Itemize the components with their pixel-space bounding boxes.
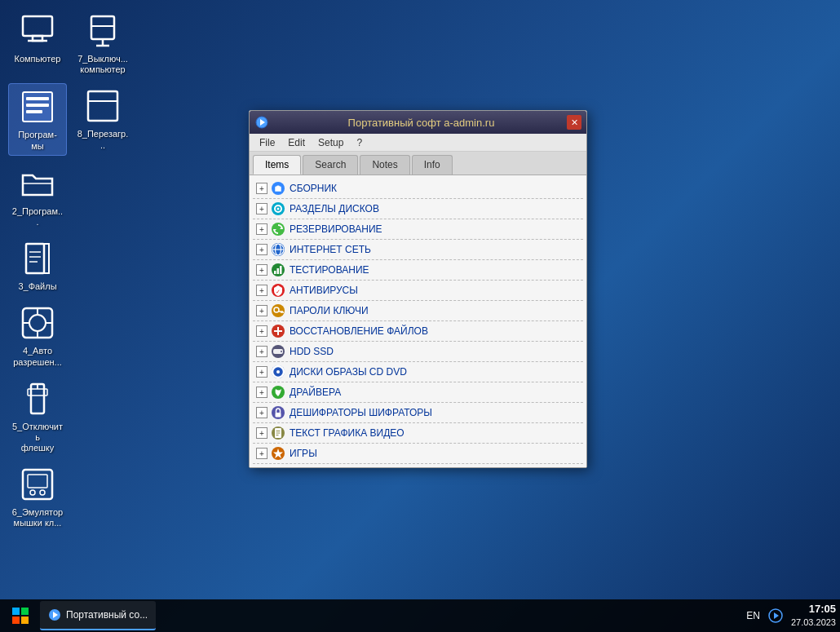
tree-item-diski[interactable]: + ДИСКИ ОБРАЗЫ CD DVD [253,362,583,382]
desktop-icon-auto-label: 4_Авторазрешен... [13,346,62,367]
svg-text:✓: ✓ [276,289,281,294]
desktop-icon-emulator[interactable]: 6_Эмулятормышки кл... [8,462,67,532]
svg-rect-0 [23,16,52,36]
svg-rect-11 [88,91,117,121]
emulator-icon [18,465,57,504]
tree-item-igry[interactable]: + ИГРЫ [253,444,583,464]
menu-help[interactable]: ? [350,135,369,150]
expand-btn-internet[interactable]: + [256,244,267,255]
folder-open-icon [18,164,57,203]
tree-item-internet[interactable]: + ИНТЕРНЕТ СЕТЬ [253,240,583,260]
start-button[interactable] [4,601,37,630]
expand-btn-sbornik[interactable]: + [256,183,267,194]
item-icon-sbornik [271,181,285,196]
svg-point-36 [277,208,280,210]
tree-item-razdely[interactable]: + РАЗДЕЛЫ ДИСКОВ [253,199,583,219]
desktop-icon-files-label: 3_Файлы [18,281,56,292]
item-label-vosstanov: ВОССТАНОВЛЕНИЕ ФАЙЛОВ [290,325,428,337]
expand-btn-razdely[interactable]: + [256,203,267,214]
tree-item-drayvera[interactable]: + ДРАЙВЕРА [253,382,583,403]
desktop-icon-reboot[interactable]: 8_Перезагр... [73,83,132,155]
desktop-icon-shutdown-label: 7_Выключ...компьютер [77,54,128,75]
menu-file[interactable]: File [253,135,281,150]
desktop: Компьютер 7_Выключ...компьютер [0,0,840,632]
item-icon-rezerv [271,222,285,236]
expand-btn-hdd[interactable]: + [256,346,267,357]
tree-item-deshifr[interactable]: + ДЕШИФРАТОРЫ ШИФРАТОРЫ [253,403,583,423]
item-label-igry: ИГРЫ [290,448,317,459]
expand-btn-diski[interactable]: + [256,366,267,378]
tree-item-hdd[interactable]: + HDD SSD [253,342,583,362]
desktop-icon-shutdown[interactable]: 7_Выключ...компьютер [73,8,132,78]
tree-item-tekst[interactable]: + ТЕКСТ ГРАФИКА ВИДЕО [253,423,583,444]
svg-rect-76 [12,617,20,624]
taskbar-clock: 17:05 27.03.2023 [791,603,836,628]
svg-rect-14 [26,244,44,273]
expand-btn-paroli[interactable]: + [256,305,267,316]
item-icon-test [271,263,285,277]
svg-marker-81 [774,612,779,619]
tab-search[interactable]: Search [303,155,358,175]
desktop-icon-usb[interactable]: 5_Отключитьфлешку [8,376,67,457]
item-label-deshifr: ДЕШИФРАТОРЫ ШИФРАТОРЫ [290,407,432,418]
item-icon-vosstanov [271,324,285,338]
desktop-icon-usb-label: 5_Отключитьфлешку [11,422,64,454]
desktop-icon-computer-label: Компьютер [15,54,61,64]
desktop-icon-reboot-label: 8_Перезагр... [77,129,129,150]
svg-rect-45 [274,271,276,274]
taskbar-right: EN 17:05 27.03.2023 [746,603,836,628]
window-menubar: File Edit Setup ? [250,134,586,152]
svg-rect-3 [91,16,114,39]
item-icon-tekst [271,426,285,440]
window-close-button[interactable]: ✕ [567,115,581,130]
desktop-icon-auto[interactable]: 4_Авторазрешен... [8,300,67,370]
tree-item-antivirus[interactable]: + ✓ АНТИВИРУСЫ [253,281,583,301]
item-label-internet: ИНТЕРНЕТ СЕТЬ [290,244,371,255]
item-label-sbornik: СБОРНИК [290,183,337,194]
item-label-razdely: РАЗДЕЛЫ ДИСКОВ [290,203,379,214]
files-icon [18,239,57,278]
tab-items[interactable]: Items [253,155,301,175]
expand-btn-antivirus[interactable]: + [256,285,267,296]
expand-btn-vosstanov[interactable]: + [256,325,267,337]
tree-item-test[interactable]: + ТЕСТИРОВАНИЕ [253,260,583,281]
expand-btn-drayvera[interactable]: + [256,387,267,398]
svg-rect-57 [274,330,282,332]
item-icon-igry [271,446,285,461]
window-titlebar: Портативный софт a-admin.ru ✕ [250,111,586,134]
tab-info[interactable]: Info [412,155,453,175]
tree-item-rezerv[interactable]: + РЕЗЕРВИРОВАНИЕ [253,219,583,240]
tree-item-paroli[interactable]: + ПАРОЛИ КЛЮЧИ [253,301,583,321]
taskbar: Портативный со... EN 17:05 27.03.2023 [0,599,840,632]
desktop-icon-programs-label: Програм-мы [18,130,57,151]
app-title-icon [254,115,269,130]
svg-rect-46 [277,268,280,274]
desktop-icon-programs[interactable]: Програм-мы [8,83,67,155]
menu-edit[interactable]: Edit [281,135,312,150]
monitor-icon [18,11,57,51]
svg-rect-28 [28,475,47,488]
usb-icon [18,379,57,418]
taskbar-lang: EN [746,610,760,621]
window-tabs: Items Search Notes Info [250,152,586,175]
desktop-icon-programs2-label: 2_Програм... [11,206,64,228]
taskbar-date: 27.03.2023 [791,617,836,628]
expand-btn-igry[interactable]: + [256,448,267,459]
item-icon-razdely [271,201,285,216]
taskbar-app-item[interactable]: Портативный со... [40,601,156,630]
tree-item-sbornik[interactable]: + СБОРНИК [253,179,583,199]
desktop-icon-files[interactable]: 3_Файлы [8,236,67,295]
expand-btn-deshifr[interactable]: + [256,407,267,418]
tree-item-vosstanov[interactable]: + ВОССТАНОВЛЕНИЕ ФАЙЛОВ [253,321,583,342]
item-icon-drayvera [271,385,285,400]
desktop-icon-computer[interactable]: Компьютер [8,8,67,78]
desktop-icon-programs2[interactable]: 2_Програм... [8,161,67,231]
expand-btn-tekst[interactable]: + [256,427,267,439]
expand-btn-rezerv[interactable]: + [256,223,267,235]
expand-btn-test[interactable]: + [256,264,267,276]
tab-notes[interactable]: Notes [360,155,409,175]
item-label-test: ТЕСТИРОВАНИЕ [290,264,369,276]
reload-icon [83,86,122,126]
item-label-diski: ДИСКИ ОБРАЗЫ CD DVD [290,366,407,378]
menu-setup[interactable]: Setup [312,135,350,150]
